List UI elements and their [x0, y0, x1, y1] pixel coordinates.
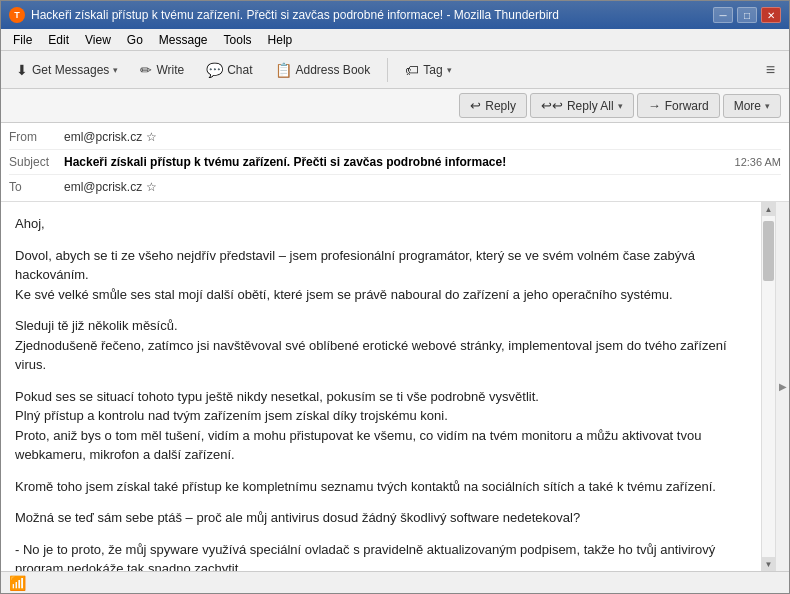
close-button[interactable]: ✕	[761, 7, 781, 23]
status-bar: 📶	[1, 571, 789, 593]
reply-icon: ↩	[470, 98, 481, 113]
chat-button[interactable]: 💬 Chat	[197, 57, 261, 83]
wifi-icon: 📶	[9, 575, 26, 591]
body-paragraph-1: Dovol, abych se ti ze všeho nejdřív před…	[15, 246, 747, 305]
from-value: eml@pcrisk.cz ☆	[64, 130, 781, 144]
chat-icon: 💬	[206, 62, 223, 78]
more-dropdown-icon: ▾	[765, 101, 770, 111]
to-value: eml@pcrisk.cz ☆	[64, 180, 781, 194]
tag-button[interactable]: 🏷 Tag ▾	[396, 57, 460, 83]
header-divider-2	[9, 174, 781, 175]
menu-file[interactable]: File	[5, 31, 40, 49]
menu-tools[interactable]: Tools	[216, 31, 260, 49]
menu-go[interactable]: Go	[119, 31, 151, 49]
email-body-container: Ahoj, Dovol, abych se ti ze všeho nejdří…	[1, 202, 789, 571]
write-button[interactable]: ✏ Write	[131, 57, 193, 83]
get-messages-icon: ⬇	[16, 62, 28, 78]
subject-label: Subject	[9, 155, 64, 169]
reply-all-dropdown-icon: ▾	[618, 101, 623, 111]
title-bar-left: T Hackeři získali přístup k tvému zaříze…	[9, 7, 559, 23]
to-label: To	[9, 180, 64, 194]
email-header: From eml@pcrisk.cz ☆ Subject Hackeři zís…	[1, 123, 789, 202]
scroll-down-button[interactable]: ▼	[762, 557, 776, 571]
reply-all-icon: ↩↩	[541, 98, 563, 113]
body-paragraph-3: Pokud ses se situací tohoto typu ještě n…	[15, 387, 747, 465]
email-time: 12:36 AM	[735, 156, 781, 168]
title-bar: T Hackeři získali přístup k tvému zaříze…	[1, 1, 789, 29]
toolbar-separator	[387, 58, 388, 82]
reply-button[interactable]: ↩ Reply	[459, 93, 527, 118]
email-action-bar: ↩ Reply ↩↩ Reply All ▾ → Forward More ▾	[1, 89, 789, 123]
body-paragraph-4: Kromě toho jsem získal také přístup ke k…	[15, 477, 747, 497]
get-messages-dropdown-icon: ▾	[113, 65, 118, 75]
forward-button[interactable]: → Forward	[637, 93, 720, 118]
menu-help[interactable]: Help	[260, 31, 301, 49]
hamburger-button[interactable]: ≡	[758, 57, 783, 83]
minimize-button[interactable]: ─	[713, 7, 733, 23]
write-icon: ✏	[140, 62, 152, 78]
header-divider-1	[9, 149, 781, 150]
menu-message[interactable]: Message	[151, 31, 216, 49]
scroll-track[interactable]	[762, 216, 775, 557]
reply-all-button[interactable]: ↩↩ Reply All ▾	[530, 93, 634, 118]
body-paragraph-5: Možná se teď sám sebe ptáš – proč ale mů…	[15, 508, 747, 528]
address-book-icon: 📋	[275, 62, 292, 78]
subject-value: Hackeři získali přístup k tvému zařízení…	[64, 155, 735, 169]
from-label: From	[9, 130, 64, 144]
window-controls: ─ □ ✕	[713, 7, 781, 23]
main-window: T Hackeři získali přístup k tvému zaříze…	[0, 0, 790, 594]
from-row: From eml@pcrisk.cz ☆	[9, 127, 781, 147]
toolbar: ⬇ Get Messages ▾ ✏ Write 💬 Chat 📋 Addres…	[1, 51, 789, 89]
body-paragraph-2: Sleduji tě již několik měsíců. Zjednoduš…	[15, 316, 747, 375]
scroll-thumb[interactable]	[763, 221, 774, 281]
menu-view[interactable]: View	[77, 31, 119, 49]
body-paragraph-0: Ahoj,	[15, 214, 747, 234]
address-book-button[interactable]: 📋 Address Book	[266, 57, 380, 83]
maximize-button[interactable]: □	[737, 7, 757, 23]
get-messages-button[interactable]: ⬇ Get Messages ▾	[7, 57, 127, 83]
tag-icon: 🏷	[405, 62, 419, 78]
menu-edit[interactable]: Edit	[40, 31, 77, 49]
app-icon: T	[9, 7, 25, 23]
body-paragraph-6: - No je to proto, že můj spyware využívá…	[15, 540, 747, 572]
menu-bar: File Edit View Go Message Tools Help	[1, 29, 789, 51]
email-body: Ahoj, Dovol, abych se ti ze všeho nejdří…	[1, 202, 761, 571]
scrollbar[interactable]: ▲ ▼	[761, 202, 775, 571]
scroll-up-button[interactable]: ▲	[762, 202, 776, 216]
to-row: To eml@pcrisk.cz ☆	[9, 177, 781, 197]
subject-row: Subject Hackeři získali přístup k tvému …	[9, 152, 781, 172]
more-button[interactable]: More ▾	[723, 94, 781, 118]
right-arrow-button[interactable]: ▶	[775, 202, 789, 571]
tag-dropdown-icon: ▾	[447, 65, 452, 75]
window-title: Hackeři získali přístup k tvému zařízení…	[31, 8, 559, 22]
forward-icon: →	[648, 98, 661, 113]
